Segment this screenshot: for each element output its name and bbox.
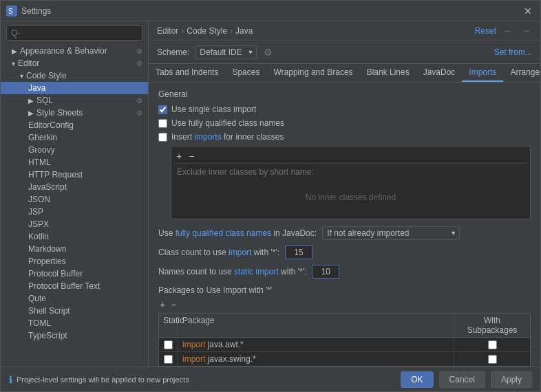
- sidebar-item-label: JSON: [28, 195, 50, 204]
- inner-classes-input[interactable]: [174, 165, 527, 179]
- sidebar-item-protocol-buffer[interactable]: Protocol Buffer: [1, 268, 148, 280]
- app-icon: S: [6, 6, 17, 17]
- packages-title: Packages to Use Import with '*': [158, 285, 531, 295]
- add-inner-class-button[interactable]: +: [174, 151, 184, 162]
- settings-icon: ⚙: [136, 97, 142, 105]
- sidebar-item-json[interactable]: JSON: [1, 193, 148, 206]
- sidebar-item-label: Editor: [18, 58, 39, 68]
- th-package: Package: [178, 314, 454, 337]
- sidebar-item-style-sheets[interactable]: ▶ Style Sheets ⚙: [1, 107, 148, 119]
- sidebar-item-sql[interactable]: ▶ SQL ⚙: [1, 94, 148, 107]
- scheme-select-wrap: Default IDE Project: [195, 45, 257, 59]
- sidebar-item-html[interactable]: HTML: [1, 156, 148, 168]
- tab-javadoc[interactable]: JavaDoc: [416, 64, 463, 82]
- bottom-buttons: OK Cancel Apply: [401, 371, 532, 388]
- javadoc-row: Use fully qualified class names in JavaD…: [158, 226, 531, 240]
- settings-icon: ⚙: [136, 60, 142, 67]
- breadcrumb-sep-1: ›: [181, 26, 184, 36]
- inner-classes-box: + − No inner classes defined: [171, 146, 531, 219]
- import-keyword: import: [182, 340, 205, 349]
- breadcrumb-editor: Editor: [157, 26, 178, 36]
- sidebar-item-editor[interactable]: ▾ Editor ⚙: [1, 57, 148, 69]
- window-title: Settings: [21, 6, 521, 16]
- table-header: Static Package With Subpackages: [159, 314, 530, 338]
- sidebar-item-markdown[interactable]: Markdown: [1, 243, 148, 255]
- scheme-select[interactable]: Default IDE Project: [195, 45, 257, 59]
- sidebar-item-label: Code Style: [26, 71, 67, 80]
- close-button[interactable]: ✕: [521, 4, 535, 18]
- sidebar-item-gherkin[interactable]: Gherkin: [1, 131, 148, 144]
- names-count-label: Names count to use static import with '*…: [158, 267, 306, 276]
- sidebar-item-http-request[interactable]: HTTP Request: [1, 168, 148, 181]
- search-input[interactable]: [6, 25, 142, 41]
- td-subpkg-2: [454, 352, 530, 366]
- title-bar: S Settings ✕: [1, 1, 540, 21]
- td-static-2: [159, 352, 178, 366]
- use-fully-qualified-checkbox[interactable]: [158, 119, 167, 128]
- class-count-row: Class count to use import with '*':: [158, 246, 531, 259]
- sidebar-item-appearance[interactable]: ▶ Appearance & Behavior ⚙: [1, 45, 148, 57]
- sidebar-item-label: TOML: [28, 318, 51, 328]
- apply-button[interactable]: Apply: [491, 371, 532, 388]
- imports-tab-content: General Use single class import Use full…: [149, 83, 540, 367]
- ok-button[interactable]: OK: [401, 371, 433, 388]
- sidebar: ▶ Appearance & Behavior ⚙ ▾ Editor ⚙ ▾ C…: [1, 21, 149, 367]
- pkg-static-checkbox-2[interactable]: [164, 355, 173, 364]
- use-single-class-checkbox[interactable]: [158, 105, 167, 114]
- packages-toolbar: + −: [158, 299, 531, 310]
- sidebar-item-groovy[interactable]: Groovy: [1, 144, 148, 156]
- tab-tabs-indents[interactable]: Tabs and Indents: [149, 64, 225, 82]
- javadoc-select[interactable]: If not already imported Always Never: [322, 226, 460, 240]
- tab-arrangement[interactable]: Arrangement: [503, 64, 540, 82]
- sidebar-item-label: Qute: [28, 294, 46, 303]
- tab-wrapping-braces[interactable]: Wrapping and Braces: [266, 64, 359, 82]
- cancel-button[interactable]: Cancel: [439, 371, 485, 388]
- import-keyword: import: [182, 354, 205, 364]
- sidebar-item-label: Markdown: [28, 244, 66, 254]
- pkg-static-checkbox-1[interactable]: [164, 340, 173, 349]
- set-from-button[interactable]: Set from...: [494, 47, 532, 57]
- javadoc-label: Use fully qualified class names in JavaD…: [158, 228, 317, 238]
- sidebar-item-java[interactable]: Java: [1, 82, 148, 94]
- nav-forward-button[interactable]: →: [520, 25, 532, 36]
- sidebar-item-shell-script[interactable]: Shell Script: [1, 305, 148, 317]
- pkg-subpackages-checkbox-2[interactable]: [488, 355, 497, 364]
- sidebar-item-label: Gherkin: [28, 133, 57, 142]
- remove-inner-class-button[interactable]: −: [187, 151, 196, 162]
- sidebar-item-code-style[interactable]: ▾ Code Style: [1, 69, 148, 82]
- nav-back-button[interactable]: ←: [502, 25, 514, 36]
- class-count-input[interactable]: [285, 246, 312, 259]
- sidebar-item-toml[interactable]: TOML: [1, 317, 148, 329]
- sidebar-item-qute[interactable]: Qute: [1, 292, 148, 305]
- sidebar-item-jsp[interactable]: JSP: [1, 206, 148, 218]
- insert-imports-inner-row: Insert imports for inner classes: [158, 132, 531, 142]
- table-row[interactable]: import java.awt.*: [159, 338, 530, 352]
- td-subpkg-1: [454, 338, 530, 351]
- insert-imports-checkbox[interactable]: [158, 133, 167, 142]
- add-package-button[interactable]: +: [158, 299, 167, 310]
- remove-package-button[interactable]: −: [169, 299, 178, 310]
- scheme-gear-icon[interactable]: ⚙: [262, 45, 274, 59]
- pkg-subpackages-checkbox-1[interactable]: [488, 340, 497, 349]
- sidebar-item-jspx[interactable]: JSPX: [1, 218, 148, 230]
- general-section-title: General: [158, 89, 531, 99]
- scheme-label: Scheme:: [157, 47, 189, 57]
- tab-blank-lines[interactable]: Blank Lines: [360, 64, 416, 82]
- tab-imports[interactable]: Imports: [462, 64, 503, 82]
- names-count-input[interactable]: [312, 265, 339, 279]
- sidebar-item-kotlin[interactable]: Kotlin: [1, 230, 148, 243]
- table-row[interactable]: import javax.swing.*: [159, 352, 530, 366]
- packages-table: Static Package With Subpackages import j…: [158, 313, 531, 367]
- arrow-icon: ▾: [20, 72, 23, 80]
- reset-button[interactable]: Reset: [475, 26, 496, 36]
- sidebar-item-editorconfig[interactable]: EditorConfig: [1, 119, 148, 131]
- arrow-icon: ▶: [28, 109, 34, 117]
- package-value-1: java.awt.*: [208, 340, 244, 349]
- tab-spaces[interactable]: Spaces: [225, 64, 266, 82]
- settings-icon: ⚙: [136, 47, 142, 55]
- sidebar-item-javascript[interactable]: JavaScript: [1, 181, 148, 193]
- sidebar-item-protocol-buffer-text[interactable]: Protocol Buffer Text: [1, 280, 148, 292]
- sidebar-item-typescript[interactable]: TypeScript: [1, 329, 148, 342]
- arrow-icon: ▶: [12, 47, 17, 55]
- sidebar-item-properties[interactable]: Properties: [1, 255, 148, 268]
